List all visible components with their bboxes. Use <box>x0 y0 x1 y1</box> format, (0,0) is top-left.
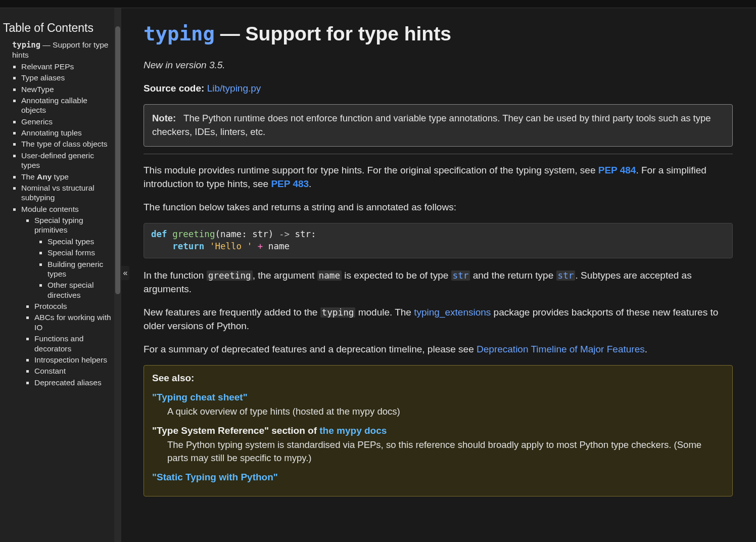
toc-item[interactable]: Protocols <box>34 301 111 311</box>
toc-item[interactable]: Other special directives <box>48 280 111 300</box>
toc-item[interactable]: Nominal vs structural subtyping <box>21 183 111 203</box>
toc-item[interactable]: Building generic types <box>48 259 111 279</box>
toc-item[interactable]: Annotating tuples <box>21 128 111 138</box>
toc-item[interactable]: Module contents Special typing primitive… <box>21 204 111 387</box>
sidebar-content: Table of Contents typing — Support for t… <box>0 8 114 542</box>
toc-root[interactable]: typing — Support for type hints Relevant… <box>12 40 111 387</box>
toc-item[interactable]: Constant <box>34 366 111 376</box>
sidebar: Table of Contents typing — Support for t… <box>0 8 121 542</box>
toc-item[interactable]: The Any type <box>21 172 111 182</box>
toc-item[interactable]: NewType <box>21 84 111 94</box>
deprecation-timeline-link[interactable]: Deprecation Timeline of Major Features <box>477 344 645 354</box>
code-example: def greeting(name: str) -> str: return '… <box>144 223 733 258</box>
chevron-left-icon: « <box>123 268 128 278</box>
sidebar-scrollbar[interactable] <box>114 8 121 542</box>
toc-item[interactable]: Special forms <box>48 248 111 257</box>
mypy-docs-link[interactable]: the mypy docs <box>319 425 387 436</box>
typing-cheat-sheet-link[interactable]: "Typing cheat sheet" <box>152 392 248 402</box>
see-also-item-1-title: "Typing cheat sheet" <box>152 392 724 403</box>
note-box: Note: The Python runtime does not enforc… <box>144 104 733 147</box>
toc-item[interactable]: The type of class objects <box>21 139 111 149</box>
version-added: New in version 3.5. <box>144 58 733 72</box>
toc-item[interactable]: Introspection helpers <box>34 355 111 365</box>
collapse-sidebar-button[interactable]: « <box>121 266 129 280</box>
toc-item[interactable]: Special types <box>48 237 111 246</box>
source-code-link[interactable]: Lib/typing.py <box>207 83 261 94</box>
sidebar-scrollbar-thumb[interactable] <box>115 26 120 294</box>
see-also-item-1-desc: A quick overview of type hints (hosted a… <box>167 405 724 418</box>
main-content: typing — Support for type hints New in v… <box>121 8 756 542</box>
module-name-link[interactable]: typing <box>144 22 215 45</box>
see-also-title: See also: <box>152 373 724 384</box>
page-container: Table of Contents typing — Support for t… <box>0 8 756 542</box>
toc-item[interactable]: Annotating callable objects <box>21 96 111 115</box>
top-bar <box>0 0 756 8</box>
typing-extensions-link[interactable]: typing_extensions <box>414 307 491 318</box>
intro-paragraph-2: The function below takes and returns a s… <box>144 200 733 214</box>
toc-item[interactable]: Functions and decorators <box>34 334 111 353</box>
toc-heading: Table of Contents <box>3 21 111 35</box>
note-label: Note: <box>152 113 176 123</box>
pep-483-link[interactable]: PEP 483 <box>271 178 309 189</box>
divider <box>144 154 733 154</box>
page-title: typing — Support for type hints <box>144 22 733 45</box>
see-also-item-2-title: "Type System Reference" section of the m… <box>152 425 724 436</box>
intro-paragraph-1: This module provides runtime support for… <box>144 163 733 191</box>
toc-item[interactable]: User-defined generic types <box>21 151 111 170</box>
intro-paragraph-3: In the function greeting, the argument n… <box>144 268 733 296</box>
toc-item[interactable]: Type aliases <box>21 73 111 82</box>
toc-item[interactable]: Relevant PEPs <box>21 62 111 71</box>
pep-484-link[interactable]: PEP 484 <box>598 165 636 175</box>
source-code-line: Source code: Lib/typing.py <box>144 81 733 96</box>
static-typing-python-link[interactable]: "Static Typing with Python" <box>152 472 278 482</box>
intro-paragraph-5: For a summary of deprecated features and… <box>144 342 733 356</box>
toc-item[interactable]: Special typing primitives Special types … <box>34 215 111 300</box>
toc-item[interactable]: ABCs for working with IO <box>34 312 111 332</box>
see-also-item-2-desc: The Python typing system is standardised… <box>167 438 724 465</box>
toc-item[interactable]: Deprecated aliases <box>34 378 111 387</box>
intro-paragraph-4: New features are frequently added to the… <box>144 305 733 333</box>
see-also-box: See also: "Typing cheat sheet" A quick o… <box>144 365 733 496</box>
see-also-item-3-title: "Static Typing with Python" <box>152 472 724 483</box>
note-text: The Python runtime does not enforce func… <box>152 113 711 137</box>
toc-item[interactable]: Generics <box>21 117 111 126</box>
